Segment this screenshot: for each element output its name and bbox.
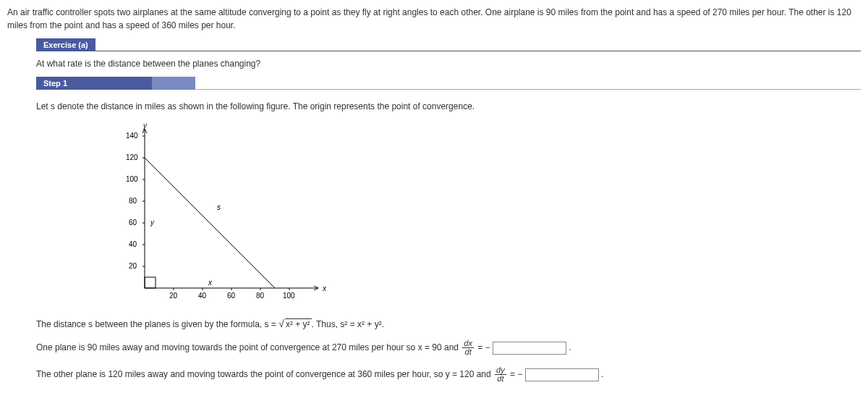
- fraction-dydt: dy dt: [495, 366, 506, 383]
- exercise-question: At what rate is the distance between the…: [36, 59, 861, 69]
- svg-text:40: 40: [129, 240, 137, 248]
- step-lead: Let s denote the distance in miles as sh…: [36, 101, 861, 111]
- label-y: y: [150, 219, 155, 227]
- svg-text:60: 60: [227, 292, 236, 300]
- svg-text:60: 60: [129, 219, 137, 227]
- x-ticks: 20 40 60 80 100: [169, 288, 295, 300]
- label-x: x: [208, 279, 213, 287]
- y-axis-label: y: [142, 122, 148, 130]
- figure-svg: y x 20 40 60 80 100 120 140: [109, 122, 333, 310]
- input-dxdt[interactable]: [493, 342, 566, 355]
- svg-text:120: 120: [126, 153, 138, 161]
- svg-text:40: 40: [198, 292, 207, 300]
- step-container: Step 1 Let s denote the distance in mile…: [36, 89, 861, 383]
- svg-text:20: 20: [129, 262, 137, 270]
- right-angle-icon: [145, 277, 156, 288]
- line-s: [145, 158, 275, 288]
- plane1-line: One plane is 90 miles away and moving to…: [36, 339, 861, 356]
- svg-text:140: 140: [126, 132, 138, 140]
- y-ticks: 20 40 60 80 100 120 140: [126, 132, 145, 270]
- figure: y x 20 40 60 80 100 120 140: [109, 122, 861, 312]
- x-axis-label: x: [322, 284, 327, 292]
- svg-text:100: 100: [283, 292, 295, 300]
- svg-text:80: 80: [129, 197, 137, 205]
- label-s: s: [217, 203, 221, 211]
- exercise-divider: Exercise (a): [36, 51, 861, 51]
- svg-text:100: 100: [126, 175, 138, 183]
- step-progress-indicator: [152, 77, 195, 90]
- svg-text:80: 80: [256, 292, 265, 300]
- step-tab: Step 1: [36, 77, 152, 90]
- exercise-tab: Exercise (a): [36, 38, 95, 51]
- plane2-line: The other plane is 120 miles away and mo…: [36, 366, 861, 383]
- problem-statement: An air traffic controller spots two airp…: [7, 6, 861, 32]
- fraction-dxdt: dx dt: [462, 339, 474, 356]
- formula-line: The distance s between the planes is giv…: [36, 318, 861, 329]
- input-dydt[interactable]: [525, 368, 599, 381]
- svg-text:20: 20: [169, 292, 178, 300]
